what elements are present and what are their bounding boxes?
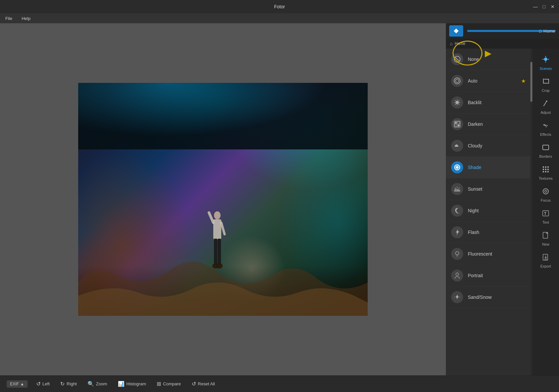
svg-line-17 xyxy=(455,100,456,101)
scene-item-sunset[interactable]: Sunset xyxy=(446,178,530,200)
scene-icon-portrait xyxy=(451,270,463,282)
bottom-toolbar: EXIF ▲ ↺ Left ↻ Right 🔍 Zoom 📊 Histogram… xyxy=(0,375,559,392)
toolbar-item-scenes[interactable]: Scenes xyxy=(534,52,557,74)
toolbar-item-new[interactable]: New xyxy=(534,228,557,250)
breadcrumb-row: ⌂ Home xyxy=(446,39,559,49)
close-button[interactable]: ✕ xyxy=(550,4,556,10)
scene-label-night: Night xyxy=(468,208,479,213)
right-panel-wrapper: ▶ ⌂ Home xyxy=(446,23,559,375)
rotate-left-button[interactable]: ↺ Left xyxy=(31,379,55,389)
svg-rect-48 xyxy=(543,169,544,170)
scene-label-flash: Flash xyxy=(468,230,479,235)
scene-item-backlit[interactable]: Backlit xyxy=(446,92,530,113)
compare-icon: ⊞ xyxy=(157,381,161,387)
toolbar-item-export[interactable]: Export xyxy=(534,250,557,272)
toolbar-label-crop: Crop xyxy=(542,89,550,93)
scene-item-flash[interactable]: Flash xyxy=(446,222,530,243)
svg-point-11 xyxy=(456,79,459,83)
scene-item-none[interactable]: None xyxy=(446,49,530,70)
svg-rect-50 xyxy=(547,169,549,170)
scene-icon-cloudy xyxy=(451,140,463,152)
scene-item-auto[interactable]: Auto ★ xyxy=(446,70,530,92)
crop-icon xyxy=(542,78,549,87)
svg-point-10 xyxy=(454,78,460,84)
svg-rect-47 xyxy=(547,166,549,168)
svg-text:T: T xyxy=(544,211,547,216)
left-label: Left xyxy=(43,381,50,386)
scene-label-darken: Darken xyxy=(468,121,483,127)
exif-button[interactable]: EXIF ▲ xyxy=(7,380,28,388)
histogram-label: Histogram xyxy=(126,381,146,386)
scene-item-fluorescent[interactable]: Fluorescent xyxy=(446,243,530,265)
scene-label-backlit: Backlit xyxy=(468,100,481,105)
exif-arrow: ▲ xyxy=(20,382,24,386)
toolbar-item-effects[interactable]: Effects xyxy=(534,118,557,140)
rotate-left-icon: ↺ xyxy=(36,381,41,387)
toolbar-item-borders[interactable]: Borders xyxy=(534,140,557,162)
side-panel-container: None Auto ★ xyxy=(446,49,559,375)
cave-dark-top xyxy=(78,83,368,149)
toolbar-item-text[interactable]: T Text xyxy=(534,206,557,228)
scene-icon-none xyxy=(451,53,463,65)
svg-rect-22 xyxy=(455,122,457,124)
compare-button[interactable]: ⊞ Compare xyxy=(151,379,186,389)
scenes-icon xyxy=(542,55,550,65)
svg-rect-52 xyxy=(545,171,546,172)
reset-button[interactable]: ↺ Reset All xyxy=(186,379,220,389)
breadcrumb-home: Home xyxy=(455,41,465,46)
toolbar-label-scenes: Scenes xyxy=(540,67,552,71)
scene-item-night[interactable]: Night xyxy=(446,200,530,222)
svg-point-12 xyxy=(456,101,459,104)
home-icon: ⌂ xyxy=(539,28,542,34)
scroll-thumb[interactable] xyxy=(530,62,532,102)
svg-rect-23 xyxy=(458,122,460,124)
borders-icon xyxy=(542,144,549,153)
scene-item-cloudy[interactable]: Cloudy xyxy=(446,135,530,157)
scene-label-cloudy: Cloudy xyxy=(468,143,482,148)
svg-line-20 xyxy=(455,104,456,104)
scene-item-sandsnow[interactable]: Sand/Snow xyxy=(446,287,530,308)
scene-label-auto: Auto xyxy=(468,78,477,84)
scene-icon-darken xyxy=(451,118,463,130)
photo-container xyxy=(78,83,368,316)
minimize-button[interactable]: — xyxy=(532,4,538,10)
scene-label-none: None xyxy=(468,57,479,62)
canvas-area xyxy=(0,23,446,375)
new-icon xyxy=(542,232,549,241)
toolbar-item-focus[interactable]: Focus xyxy=(534,184,557,206)
vertical-toolbar: Scenes Crop xyxy=(532,49,559,375)
menu-file[interactable]: File xyxy=(3,15,14,22)
svg-point-7 xyxy=(216,263,223,269)
histogram-icon: 📊 xyxy=(118,381,124,387)
svg-rect-4 xyxy=(214,239,217,265)
svg-point-0 xyxy=(214,211,221,219)
toolbar-label-text: Text xyxy=(542,220,549,224)
rotate-right-button[interactable]: ↻ Right xyxy=(55,379,82,389)
zoom-icon: 🔍 xyxy=(88,381,94,387)
panel-tab[interactable] xyxy=(449,25,463,37)
scene-icon-flash xyxy=(451,226,463,238)
scene-item-shade[interactable]: Shade xyxy=(446,157,530,178)
maximize-button[interactable]: □ xyxy=(541,4,547,10)
toolbar-label-textures: Textures xyxy=(539,176,553,180)
scene-label-sandsnow: Sand/Snow xyxy=(468,294,492,300)
menu-help[interactable]: Help xyxy=(20,15,33,22)
histogram-button[interactable]: 📊 Histogram xyxy=(112,379,151,389)
zoom-button[interactable]: 🔍 Zoom xyxy=(82,379,112,389)
toolbar-item-adjust[interactable]: Adjust xyxy=(534,97,557,118)
svg-point-30 xyxy=(456,252,459,255)
menu-bar: File Help xyxy=(0,13,559,23)
scene-item-darken[interactable]: Darken xyxy=(446,113,530,135)
svg-line-9 xyxy=(455,57,460,62)
toolbar-label-effects: Effects xyxy=(540,132,551,136)
app-title: Fotor xyxy=(274,4,285,9)
toolbar-item-textures[interactable]: Textures xyxy=(534,162,557,184)
svg-line-3 xyxy=(221,223,225,234)
scene-item-portrait[interactable]: Portrait xyxy=(446,265,530,287)
toolbar-item-crop[interactable]: Crop xyxy=(534,75,557,96)
scroll-divider xyxy=(530,49,532,375)
figure xyxy=(207,209,227,276)
scene-label-shade: Shade xyxy=(468,165,481,170)
home-button[interactable]: ⌂ Home xyxy=(539,28,555,34)
right-panel: ⌂ Home ⌂ Home xyxy=(446,23,559,375)
